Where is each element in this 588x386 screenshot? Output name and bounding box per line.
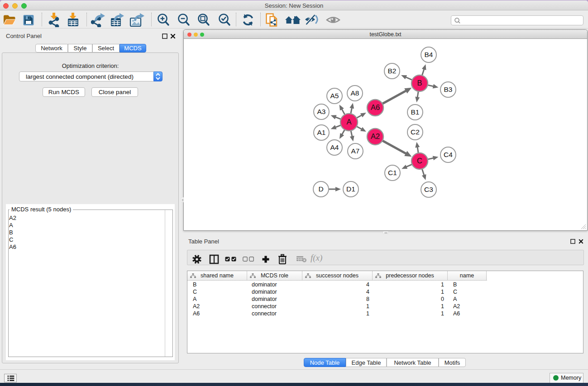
svg-text:A6: A6 bbox=[371, 103, 380, 111]
svg-text:C4: C4 bbox=[444, 151, 453, 158]
svg-text:C1: C1 bbox=[388, 169, 397, 176]
svg-text:D1: D1 bbox=[346, 185, 355, 193]
svg-text:B2: B2 bbox=[388, 67, 397, 75]
svg-text:A5: A5 bbox=[330, 92, 339, 100]
svg-text:A3: A3 bbox=[317, 108, 326, 115]
svg-text:C: C bbox=[417, 157, 422, 165]
svg-text:C2: C2 bbox=[411, 128, 420, 136]
svg-text:B3: B3 bbox=[444, 86, 453, 93]
svg-text:A2: A2 bbox=[371, 132, 380, 140]
svg-text:B1: B1 bbox=[411, 108, 420, 116]
svg-text:A: A bbox=[346, 118, 351, 126]
svg-text:A1: A1 bbox=[317, 129, 326, 136]
svg-text:A8: A8 bbox=[351, 89, 359, 97]
svg-text:A7: A7 bbox=[351, 147, 360, 155]
svg-text:A4: A4 bbox=[330, 143, 339, 151]
svg-text:D: D bbox=[318, 185, 323, 193]
svg-text:C3: C3 bbox=[424, 186, 433, 193]
svg-text:B4: B4 bbox=[425, 51, 433, 58]
svg-text:B: B bbox=[417, 79, 422, 87]
